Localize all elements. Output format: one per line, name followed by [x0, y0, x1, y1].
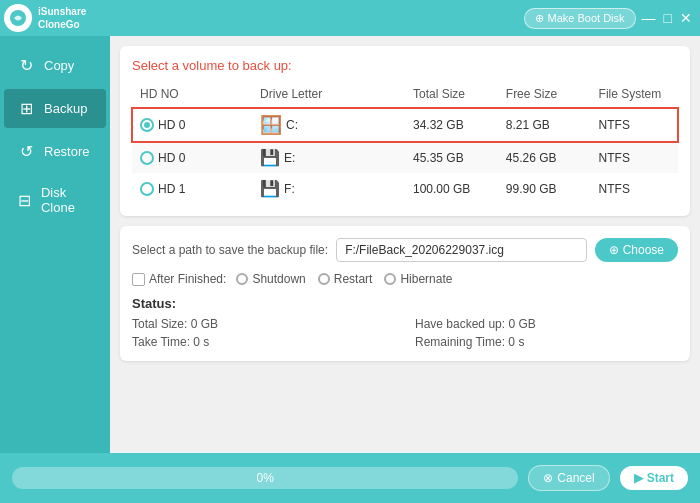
- radio-group: Shutdown Restart Hibernate: [236, 272, 452, 286]
- drive-cell: 💾F:: [252, 173, 405, 204]
- restart-label: Restart: [334, 272, 373, 286]
- shutdown-radio: [236, 273, 248, 285]
- file-system-cell: NTFS: [591, 108, 678, 143]
- content-area: Select a volume to back up: HD NO Drive …: [110, 36, 700, 453]
- radio-dot: [140, 151, 154, 165]
- status-remaining: Remaining Time: 0 s: [415, 335, 678, 349]
- after-finished-label: After Finished:: [149, 272, 226, 286]
- radio-dot: [140, 118, 154, 132]
- minimize-button[interactable]: —: [642, 11, 656, 25]
- checkbox-box: [132, 273, 145, 286]
- cancel-label: Cancel: [557, 471, 594, 485]
- col-header-hd-no: HD NO: [132, 83, 252, 108]
- col-header-drive-letter: Drive Letter: [252, 83, 405, 108]
- app-window: iSunshare CloneGo ⊕ Make Boot Disk — □ ✕…: [0, 0, 700, 503]
- radio-dot: [140, 182, 154, 196]
- progress-bar-container: 0%: [12, 467, 518, 489]
- col-header-file-system: File System: [591, 83, 678, 108]
- radio-hibernate[interactable]: Hibernate: [384, 272, 452, 286]
- file-system-cell: NTFS: [591, 142, 678, 173]
- backup-section: Select a path to save the backup file: ⊕…: [120, 226, 690, 361]
- volume-row[interactable]: HD 0 💾E:45.35 GB45.26 GBNTFS: [132, 142, 678, 173]
- total-size-cell: 100.00 GB: [405, 173, 498, 204]
- volume-row[interactable]: HD 1 💾F:100.00 GB99.90 GBNTFS: [132, 173, 678, 204]
- hd-no-cell: HD 1: [132, 173, 252, 204]
- sidebar-restore-label: Restore: [44, 144, 90, 159]
- title-bar: iSunshare CloneGo ⊕ Make Boot Disk — □ ✕: [0, 0, 700, 36]
- free-size-cell: 45.26 GB: [498, 142, 591, 173]
- total-size-cell: 45.35 GB: [405, 142, 498, 173]
- window-controls: — □ ✕: [642, 11, 692, 25]
- status-section: Status: Total Size: 0 GB Have backed up:…: [132, 296, 678, 349]
- hdd-icon: 💾: [260, 179, 280, 198]
- start-icon: ▶: [634, 471, 643, 485]
- path-row: Select a path to save the backup file: ⊕…: [132, 238, 678, 262]
- choose-label: Choose: [623, 243, 664, 257]
- hibernate-label: Hibernate: [400, 272, 452, 286]
- hd-no-cell: HD 0: [132, 142, 252, 173]
- sidebar-backup-label: Backup: [44, 101, 87, 116]
- sidebar-item-copy[interactable]: ↻ Copy: [4, 46, 106, 85]
- backup-icon: ⊞: [16, 99, 36, 118]
- shutdown-label: Shutdown: [252, 272, 305, 286]
- sidebar-item-disk-clone[interactable]: ⊟ Disk Clone: [4, 175, 106, 225]
- volume-section: Select a volume to back up: HD NO Drive …: [120, 46, 690, 216]
- sidebar-item-backup[interactable]: ⊞ Backup: [4, 89, 106, 128]
- volume-table: HD NO Drive Letter Total Size Free Size …: [132, 83, 678, 204]
- radio-restart[interactable]: Restart: [318, 272, 373, 286]
- choose-button[interactable]: ⊕ Choose: [595, 238, 678, 262]
- app-title: iSunshare CloneGo: [38, 5, 86, 31]
- status-take-time: Take Time: 0 s: [132, 335, 395, 349]
- sidebar-disk-clone-label: Disk Clone: [41, 185, 94, 215]
- title-bar-left: iSunshare CloneGo: [4, 4, 86, 32]
- hibernate-radio: [384, 273, 396, 285]
- radio-shutdown[interactable]: Shutdown: [236, 272, 305, 286]
- close-button[interactable]: ✕: [680, 11, 692, 25]
- maximize-button[interactable]: □: [664, 11, 672, 25]
- cancel-button[interactable]: ⊗ Cancel: [528, 465, 609, 491]
- drive-cell: 💾E:: [252, 142, 405, 173]
- status-title: Status:: [132, 296, 678, 311]
- status-total-size: Total Size: 0 GB: [132, 317, 395, 331]
- path-label: Select a path to save the backup file:: [132, 243, 328, 257]
- hd-no-cell: HD 0: [132, 108, 252, 143]
- sidebar-copy-label: Copy: [44, 58, 74, 73]
- make-boot-button[interactable]: ⊕ Make Boot Disk: [524, 8, 636, 29]
- start-button[interactable]: ▶ Start: [620, 466, 688, 490]
- status-have-backed: Have backed up: 0 GB: [415, 317, 678, 331]
- sidebar-item-restore[interactable]: ↺ Restore: [4, 132, 106, 171]
- col-header-free-size: Free Size: [498, 83, 591, 108]
- after-finished-checkbox[interactable]: After Finished:: [132, 272, 226, 286]
- disk-clone-icon: ⊟: [16, 191, 33, 210]
- app-logo: [4, 4, 32, 32]
- cancel-icon: ⊗: [543, 471, 553, 485]
- drive-cell: 🪟C:: [252, 108, 405, 143]
- sidebar: ↻ Copy ⊞ Backup ↺ Restore ⊟ Disk Clone: [0, 36, 110, 453]
- main-layout: ↻ Copy ⊞ Backup ↺ Restore ⊟ Disk Clone S…: [0, 36, 700, 453]
- restore-icon: ↺: [16, 142, 36, 161]
- copy-icon: ↻: [16, 56, 36, 75]
- progress-label: 0%: [256, 471, 273, 485]
- col-header-total-size: Total Size: [405, 83, 498, 108]
- total-size-cell: 34.32 GB: [405, 108, 498, 143]
- volume-row[interactable]: HD 0 🪟C:34.32 GB8.21 GBNTFS: [132, 108, 678, 143]
- path-input[interactable]: [336, 238, 587, 262]
- after-finished-row: After Finished: Shutdown Restart: [132, 272, 678, 286]
- windows-icon: 🪟: [260, 114, 282, 136]
- bottom-bar: 0% ⊗ Cancel ▶ Start: [0, 453, 700, 503]
- start-label: Start: [647, 471, 674, 485]
- make-boot-label: Make Boot Disk: [548, 12, 625, 24]
- volume-section-title: Select a volume to back up:: [132, 58, 678, 73]
- free-size-cell: 99.90 GB: [498, 173, 591, 204]
- choose-plus-icon: ⊕: [609, 243, 619, 257]
- free-size-cell: 8.21 GB: [498, 108, 591, 143]
- restart-radio: [318, 273, 330, 285]
- title-bar-right: ⊕ Make Boot Disk — □ ✕: [524, 8, 693, 29]
- boot-disk-icon: ⊕: [535, 12, 544, 25]
- hdd-icon: 💾: [260, 148, 280, 167]
- file-system-cell: NTFS: [591, 173, 678, 204]
